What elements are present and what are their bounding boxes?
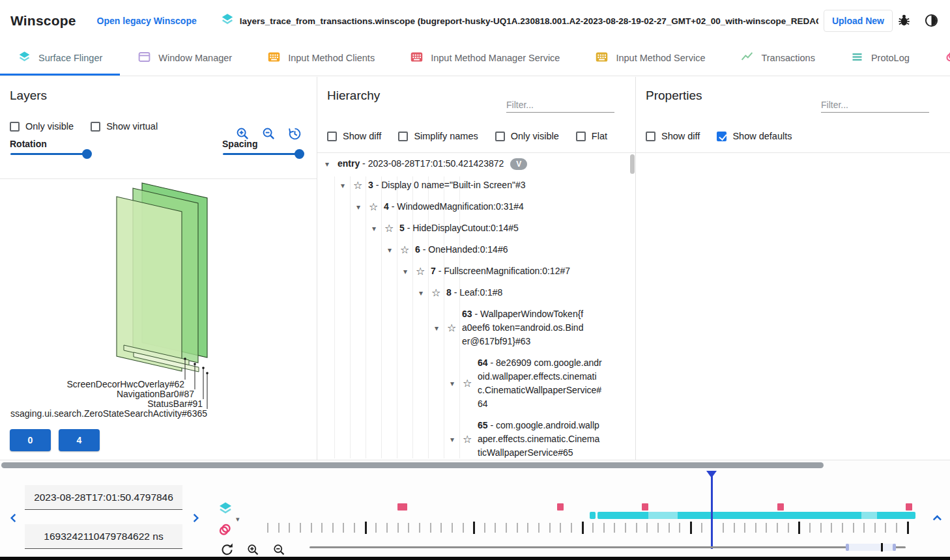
tree-node-63[interactable]: ▾☆63 - WallpaperWindowToken{fa0eef6 toke… — [435, 303, 629, 352]
dark-mode-icon[interactable] — [924, 13, 940, 29]
layers-3d-view[interactable]: ScreenDecorHwcOverlay#62NavigationBar0#8… — [0, 179, 317, 430]
pin-star-icon[interactable]: ☆ — [369, 203, 384, 212]
hierarchy-panel-title: Hierarchy — [327, 89, 380, 103]
expand-caret-icon[interactable]: ▾ — [388, 245, 400, 255]
transition-trace-icon[interactable] — [218, 522, 233, 540]
previous-entry-chevron-icon[interactable] — [8, 512, 19, 526]
expand-caret-icon[interactable]: ▾ — [356, 203, 369, 212]
tab-protolog[interactable]: ProtoLog — [833, 42, 927, 76]
zoom-out-icon[interactable] — [261, 126, 276, 144]
pin-star-icon[interactable]: ☆ — [353, 181, 368, 190]
tab-label: Surface Flinger — [38, 53, 102, 63]
keyboard-icon — [595, 50, 609, 66]
checkbox-box[interactable] — [10, 122, 20, 132]
timeline-tick — [278, 523, 280, 533]
tab-input-method-clients[interactable]: Input Method Clients — [250, 42, 392, 76]
checkbox-box[interactable] — [327, 132, 337, 141]
indent-guide — [366, 176, 366, 458]
expand-caret-icon[interactable]: ▾ — [403, 267, 416, 276]
tree-node-8[interactable]: ▾☆8 - Leaf:0:1#8 — [419, 282, 629, 303]
expand-caret-icon[interactable]: ▾ — [450, 435, 463, 444]
tree-node-3[interactable]: ▾☆3 - Display 0 name="Built-in Screen"#3 — [341, 175, 629, 196]
hierarchy-show-diff-checkbox[interactable]: Show diff — [327, 131, 381, 141]
sf-trace-band-fragment[interactable] — [590, 512, 596, 519]
checkbox-box[interactable] — [576, 132, 586, 141]
expand-caret-icon[interactable]: ▾ — [372, 224, 384, 233]
tree-node-6[interactable]: ▾☆6 - OneHanded:0:14#6 — [388, 239, 629, 260]
human-timestamp-field[interactable]: 2023-08-28T17:01:50.4797846 — [25, 485, 182, 510]
hierarchy-simplify-names-checkbox[interactable]: Simplify names — [398, 131, 478, 141]
open-legacy-winscope-link[interactable]: Open legacy Winscope — [97, 16, 197, 26]
horizontal-scrollbar[interactable] — [1, 462, 824, 468]
layers-only-visible-checkbox[interactable]: Only visible — [10, 121, 74, 132]
transition-event-marker[interactable] — [642, 503, 648, 511]
tree-node-entry[interactable]: ▾entry - 2023-08-28T17:01:50.421423872V — [325, 153, 629, 175]
restore-icon[interactable] — [287, 126, 302, 144]
expand-caret-icon[interactable]: ▾ — [435, 324, 447, 333]
expand-caret-icon[interactable]: ▾ — [450, 379, 463, 388]
range-handle-right[interactable] — [893, 544, 896, 551]
rotation-slider[interactable] — [10, 153, 87, 155]
display-button-0[interactable]: 0 — [10, 429, 51, 451]
playhead-line[interactable] — [711, 471, 713, 549]
pin-star-icon[interactable]: ☆ — [463, 379, 478, 388]
layer-rect-front[interactable] — [117, 197, 182, 371]
pin-star-icon[interactable]: ☆ — [447, 324, 462, 333]
transition-event-marker[interactable] — [397, 503, 407, 511]
expand-caret-icon[interactable]: ▾ — [325, 160, 338, 169]
display-button-4[interactable]: 4 — [59, 429, 100, 451]
tab-window-manager[interactable]: Window Manager — [120, 42, 250, 76]
properties-filter-input[interactable] — [821, 98, 929, 113]
trace-dropdown-caret-icon[interactable]: ▾ — [236, 515, 240, 524]
transition-event-marker[interactable] — [557, 503, 564, 511]
hierarchy-flat-checkbox[interactable]: Flat — [576, 131, 607, 141]
pin-star-icon[interactable]: ☆ — [431, 288, 446, 298]
timeline-tick — [527, 523, 528, 533]
checkbox-box[interactable] — [398, 132, 408, 141]
layers-trace-icon[interactable] — [218, 501, 233, 519]
tab-input-method-service[interactable]: Input Method Service — [577, 42, 723, 76]
tab-transactions[interactable]: Transactions — [723, 42, 832, 76]
timeline-tick — [907, 522, 909, 534]
tree-node-65[interactable]: ▾☆65 - com.google.android.wallpaper.effe… — [450, 415, 629, 458]
spacing-slider[interactable] — [223, 153, 300, 155]
expand-caret-icon[interactable]: ▾ — [341, 181, 353, 190]
checkbox-box[interactable] — [717, 132, 727, 141]
next-entry-chevron-icon[interactable] — [190, 512, 201, 526]
pin-star-icon[interactable]: ☆ — [463, 435, 478, 444]
checkbox-box[interactable] — [495, 132, 505, 141]
tree-node-7[interactable]: ▾☆7 - FullscreenMagnification:0:12#7 — [403, 260, 629, 282]
tab-input-method-manager-service[interactable]: Input Method Manager Service — [392, 42, 577, 76]
bug-report-icon[interactable] — [897, 13, 912, 29]
rotation-slider-thumb[interactable] — [82, 149, 92, 159]
tab-surface-flinger[interactable]: Surface Flinger — [0, 42, 120, 76]
pin-star-icon[interactable]: ☆ — [400, 245, 415, 255]
expand-timeline-chevron-icon[interactable] — [930, 514, 942, 527]
tree-node-4[interactable]: ▾☆4 - WindowedMagnification:0:31#4 — [356, 196, 629, 217]
timeline-tick — [853, 523, 854, 533]
properties-show-defaults-checkbox[interactable]: Show defaults — [717, 131, 792, 141]
transition-event-marker[interactable] — [777, 503, 784, 511]
checkbox-box[interactable] — [91, 122, 100, 132]
properties-show-diff-checkbox[interactable]: Show diff — [646, 131, 700, 141]
checkbox-box[interactable] — [646, 132, 655, 141]
pin-star-icon[interactable]: ☆ — [384, 224, 399, 233]
upload-new-button[interactable]: Upload New — [824, 10, 893, 32]
layers-show-virtual-checkbox[interactable]: Show virtual — [91, 121, 158, 132]
layer-label: StatusBar#91 — [147, 399, 203, 409]
ns-timestamp-field[interactable]: 1693242110479784622 ns — [25, 524, 182, 549]
tree-node-5[interactable]: ▾☆5 - HideDisplayCutout:0:14#5 — [372, 217, 629, 239]
transition-event-marker[interactable] — [906, 503, 912, 511]
timeline-tick — [842, 523, 843, 533]
zoom-range-selection[interactable] — [846, 544, 896, 551]
tab-tra[interactable]: Tra — [927, 42, 950, 76]
hierarchy-filter-input[interactable] — [506, 98, 614, 113]
hierarchy-scrollbar[interactable] — [630, 154, 635, 174]
tree-node-64[interactable]: ▾☆64 - 8e26909 com.google.android.wallpa… — [450, 352, 629, 415]
expand-caret-icon[interactable]: ▾ — [419, 288, 431, 298]
spacing-slider-thumb[interactable] — [295, 149, 304, 159]
checkbox-label: Show defaults — [732, 131, 792, 141]
pin-star-icon[interactable]: ☆ — [416, 267, 431, 276]
hierarchy-only-visible-checkbox[interactable]: Only visible — [495, 131, 559, 141]
timeline-tick — [690, 522, 692, 534]
